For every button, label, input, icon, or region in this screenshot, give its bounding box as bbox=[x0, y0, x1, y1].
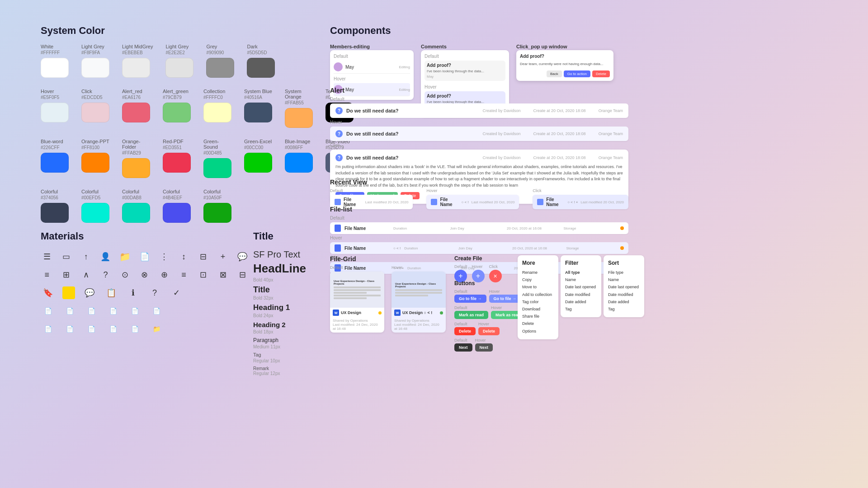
grid-icon[interactable]: ⊞ bbox=[60, 267, 72, 282]
person-icon[interactable]: 👤 bbox=[99, 249, 112, 264]
filter-name[interactable]: Name bbox=[565, 276, 597, 283]
sort-filetype[interactable]: File type bbox=[608, 269, 640, 276]
fg-card-hover[interactable]: User Experience Design - Class Projects … bbox=[392, 272, 446, 333]
sort-date-opened[interactable]: Date last opened bbox=[608, 283, 640, 291]
export-icon[interactable]: 📋 bbox=[104, 286, 118, 300]
fl-row-hover[interactable]: File Name ○ < ! Duration Join Day 20 Oct… bbox=[330, 242, 628, 254]
more-download[interactable]: Download bbox=[522, 305, 554, 313]
alert-default-label: Default bbox=[330, 97, 628, 102]
list-icon[interactable]: ☰ bbox=[41, 249, 53, 264]
filter-date-added[interactable]: Date added bbox=[565, 298, 597, 305]
file5-icon[interactable]: 📄 bbox=[127, 304, 142, 318]
alert-bar-hover: ? Do we still need data? Created by Davi… bbox=[330, 127, 628, 141]
fg-card-default[interactable]: User Experience Design - Class Projects … bbox=[330, 272, 384, 333]
more-tag-color[interactable]: Tag color bbox=[522, 298, 554, 305]
color-hex: #226CFF bbox=[41, 145, 60, 150]
folder-icon[interactable]: 📁 bbox=[119, 249, 131, 264]
rv-file-icon-click bbox=[537, 199, 543, 205]
file3-icon[interactable]: 📄 bbox=[84, 304, 99, 318]
color-swatch bbox=[81, 203, 109, 223]
color-label: Orange-PPT bbox=[81, 139, 109, 144]
bookmark-icon[interactable]: 🔖 bbox=[41, 286, 55, 300]
location-icon[interactable]: ⊙ bbox=[119, 267, 131, 282]
help-icon[interactable]: ? bbox=[99, 267, 112, 282]
sort-name[interactable]: Name bbox=[608, 276, 640, 283]
btn-goto-default[interactable]: Go to file → bbox=[454, 295, 486, 303]
fg-status-dot-hover bbox=[440, 311, 443, 314]
card-icon[interactable]: ▭ bbox=[60, 249, 72, 264]
btn-next-hover[interactable]: Next bbox=[475, 343, 493, 352]
folder2-icon[interactable]: 📁 bbox=[149, 322, 164, 336]
materials-section: Materials ☰ ▭ ↑ 👤 📁 📄 ⋮ ↕ ⊟ + 💬 ≡ ⊞ ∧ ? … bbox=[41, 230, 249, 336]
chevron-up-icon[interactable]: ∧ bbox=[80, 267, 92, 282]
chat-icon[interactable]: 💬 bbox=[236, 249, 249, 264]
file6-icon[interactable]: 📄 bbox=[149, 304, 164, 318]
sort-date-modified[interactable]: Date modified bbox=[608, 291, 640, 298]
add-icon[interactable]: + bbox=[217, 249, 229, 264]
file2-icon[interactable]: 📄 bbox=[62, 304, 77, 318]
sort-date-added[interactable]: Date added bbox=[608, 298, 640, 305]
filter-tag[interactable]: Tag bbox=[565, 305, 597, 313]
info-icon[interactable]: ℹ bbox=[126, 286, 140, 300]
comment-icon[interactable]: 💬 bbox=[82, 286, 97, 300]
color-item-dark: Dark #5D5D5D bbox=[247, 44, 275, 78]
more-move[interactable]: Move to bbox=[522, 283, 554, 291]
alert-click-label: Click bbox=[330, 143, 628, 148]
fl-row-default[interactable]: File Name Duration Join Day 20 Oct, 2020… bbox=[330, 222, 628, 234]
color-label: Click bbox=[81, 89, 92, 94]
file10-icon[interactable]: 📄 bbox=[106, 322, 120, 336]
color-item-colorful1: Colorful #374056 bbox=[41, 189, 69, 223]
doc-icon[interactable]: 📄 bbox=[138, 249, 151, 264]
file1-icon[interactable]: 📄 bbox=[41, 304, 55, 318]
btn-delete-default[interactable]: Delete bbox=[454, 327, 476, 335]
btn-blue-default-col: Default Go to file → bbox=[454, 289, 486, 303]
color-hex: #79CB79 bbox=[163, 95, 182, 100]
more-add-collection[interactable]: Add to collection bbox=[522, 291, 554, 298]
color-label: Colorful bbox=[122, 189, 139, 194]
preview-line-3 bbox=[334, 292, 367, 294]
filter-alltype[interactable]: All type bbox=[565, 269, 597, 276]
popup-delete-button[interactable]: Delete bbox=[592, 70, 610, 77]
filter-icon[interactable]: ⊟ bbox=[197, 249, 209, 264]
more-copy[interactable]: Copy bbox=[522, 276, 554, 283]
question-icon[interactable]: ? bbox=[147, 286, 162, 300]
file8-icon[interactable]: 📄 bbox=[62, 322, 77, 336]
popup-back-button[interactable]: Back bbox=[547, 70, 562, 77]
color-label: Light Grey bbox=[165, 44, 189, 49]
file11-icon[interactable]: 📄 bbox=[127, 322, 142, 336]
color-item-systemblue: System Blue #40516A bbox=[244, 89, 272, 128]
file7-icon[interactable]: 📄 bbox=[41, 322, 55, 336]
doc2-icon[interactable]: ≡ bbox=[178, 267, 190, 282]
upload-icon[interactable]: ↑ bbox=[80, 249, 92, 264]
popup-confirm-button[interactable]: Go to action bbox=[564, 70, 590, 77]
more-share[interactable]: Share file bbox=[522, 313, 554, 320]
share-icon[interactable]: ⊗ bbox=[138, 267, 151, 282]
more-delete[interactable]: Delete bbox=[522, 320, 554, 327]
file4-icon[interactable]: 📄 bbox=[106, 304, 120, 318]
window-icon[interactable]: ⊟ bbox=[236, 267, 249, 282]
import-icon[interactable]: ⊡ bbox=[197, 267, 209, 282]
materials-row-4: 📄 📄 📄 📄 📄 📄 bbox=[41, 304, 249, 318]
more-rename[interactable]: Rename bbox=[522, 269, 554, 276]
file9-icon[interactable]: 📄 bbox=[84, 322, 99, 336]
color-hex: #F8F9FA bbox=[81, 50, 100, 55]
btn-delete-hover[interactable]: Delete bbox=[478, 327, 500, 335]
list2-icon[interactable]: ≡ bbox=[41, 267, 53, 282]
color-item-blueword: Blue-word #226CFF bbox=[41, 139, 69, 178]
sort-icon[interactable]: ↕ bbox=[178, 249, 190, 264]
check-icon[interactable]: ✓ bbox=[169, 286, 184, 300]
more-options[interactable]: Options bbox=[522, 328, 554, 335]
group-icon[interactable]: ⊕ bbox=[158, 267, 170, 282]
label-icon[interactable] bbox=[62, 286, 75, 299]
filter-date-modified[interactable]: Date modified bbox=[565, 291, 597, 298]
btn-goto-hover[interactable]: Go to file → bbox=[489, 295, 521, 303]
sort-tag[interactable]: Tag bbox=[608, 305, 640, 313]
sort-list: File type Name Date last opened Date mod… bbox=[608, 269, 640, 313]
more-icon[interactable]: ⋮ bbox=[158, 249, 170, 264]
layout-icon[interactable]: ⊠ bbox=[217, 267, 229, 282]
filter-date-opened[interactable]: Date last opened bbox=[565, 283, 597, 291]
fg-status-dot bbox=[378, 311, 382, 314]
btn-next-default[interactable]: Next bbox=[454, 343, 472, 352]
btn-mark-default[interactable]: Mark as read bbox=[454, 311, 488, 319]
color-hex: #909090 bbox=[206, 50, 224, 55]
